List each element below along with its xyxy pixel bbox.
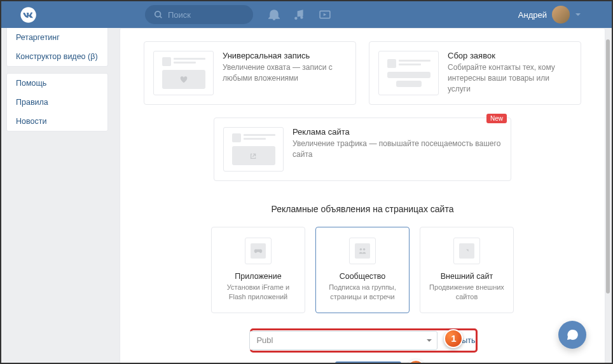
- svg-point-0: [155, 11, 161, 17]
- format-card-universal[interactable]: Универсальная запись Увеличение охвата —…: [144, 41, 356, 105]
- type-card-app[interactable]: Приложение Установки iFrame и Flash прил…: [211, 227, 305, 313]
- arrow-icon: [459, 243, 474, 259]
- sidebar-item-news[interactable]: Новости: [7, 112, 107, 131]
- sidebar: Ретаргетинг Конструктор видео (β) Помощь…: [1, 28, 108, 363]
- sidebar-item-help[interactable]: Помощь: [7, 74, 107, 93]
- header: Поиск Андрей: [1, 1, 612, 28]
- sidebar-item-retargeting[interactable]: Ретаргетинг: [7, 28, 107, 47]
- badge-new: New: [486, 114, 507, 123]
- bell-icon[interactable]: [268, 9, 280, 20]
- people-icon: [355, 243, 370, 259]
- annotation-marker-1: 1: [444, 329, 463, 348]
- search-placeholder: Поиск: [168, 10, 191, 20]
- type-desc: Продвижение внешних сайтов: [428, 283, 506, 302]
- format-card-site-ad[interactable]: New Реклама сайта Увеличение трафика — п…: [214, 118, 511, 181]
- svg-point-3: [360, 248, 362, 251]
- gamepad-icon: [251, 243, 266, 259]
- avatar: [552, 6, 570, 24]
- sidebar-item-rules[interactable]: Правила: [7, 93, 107, 112]
- select-value: Publ: [256, 335, 273, 345]
- search-input[interactable]: Поиск: [145, 5, 253, 24]
- svg-line-1: [160, 17, 162, 18]
- svg-point-4: [363, 248, 366, 251]
- annotation-marker-2: 2: [406, 360, 425, 363]
- chat-fab[interactable]: [558, 321, 586, 349]
- type-desc: Подписка на группы, страницы и встречи: [324, 283, 401, 302]
- user-menu[interactable]: Андрей: [518, 6, 607, 24]
- community-select[interactable]: Publ: [249, 331, 437, 350]
- card-title: Сбор заявок: [448, 51, 572, 60]
- type-card-external[interactable]: Внешний сайт Продвижение внешних сайтов: [420, 227, 514, 313]
- format-card-leads[interactable]: Сбор заявок Собирайте контакты тех, кому…: [369, 41, 581, 105]
- video-icon[interactable]: [319, 9, 331, 20]
- section-title: Рекламные объявления на страницах сайта: [120, 204, 605, 214]
- type-card-community[interactable]: Сообщество Подписка на группы, страницы …: [315, 227, 410, 313]
- music-icon[interactable]: [294, 9, 305, 20]
- chevron-down-icon: [426, 337, 432, 344]
- type-desc: Установки iFrame и Flash приложений: [219, 283, 297, 302]
- chat-icon: [566, 328, 579, 341]
- card-desc: Собирайте контакты тех, кому интересны в…: [448, 62, 572, 94]
- type-title: Приложение: [219, 272, 297, 281]
- card-desc: Увеличение трафика — повышайте посещаемо…: [293, 138, 502, 160]
- chevron-down-icon: [575, 11, 581, 18]
- card-title: Реклама сайта: [293, 127, 502, 137]
- user-name: Андрей: [518, 10, 547, 20]
- thumb-site-ad: [223, 127, 284, 172]
- thumb-leads: [378, 51, 439, 95]
- continue-button[interactable]: Продолжить: [335, 361, 401, 363]
- card-title: Универсальная запись: [223, 51, 347, 60]
- search-icon: [154, 10, 163, 19]
- scrollbar[interactable]: [606, 39, 610, 293]
- card-desc: Увеличение охвата — записи с любыми влож…: [223, 62, 347, 84]
- sidebar-item-video-constructor[interactable]: Конструктор видео (β): [7, 47, 107, 66]
- vk-logo[interactable]: [19, 6, 37, 24]
- thumb-universal: [153, 51, 214, 95]
- type-title: Внешний сайт: [428, 272, 506, 281]
- type-title: Сообщество: [324, 272, 401, 281]
